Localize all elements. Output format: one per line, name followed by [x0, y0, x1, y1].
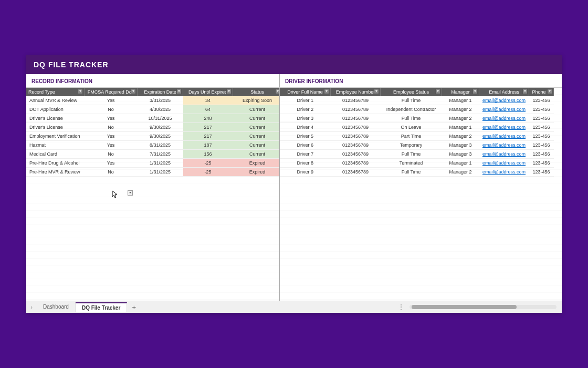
cell[interactable]: On Leave: [381, 123, 442, 132]
email-link[interactable]: email@address.com: [482, 125, 526, 130]
cell[interactable]: Manager 1: [442, 96, 479, 105]
email-link[interactable]: email@address.com: [482, 116, 526, 121]
table-row[interactable]: Driver 60123456789TemporaryManager 3emai…: [280, 141, 554, 150]
cell[interactable]: email@address.com: [479, 168, 529, 177]
column-filter-icon[interactable]: [226, 89, 232, 94]
cell[interactable]: email@address.com: [479, 141, 529, 150]
table-row[interactable]: Driver 40123456789On LeaveManager 1email…: [280, 123, 554, 132]
cell[interactable]: Pre-Hire MVR & Review: [26, 168, 85, 177]
cell[interactable]: Manager 2: [442, 168, 479, 177]
cell[interactable]: Current: [233, 132, 280, 141]
column-filter-icon[interactable]: [522, 89, 528, 94]
cell[interactable]: Driver 4: [280, 123, 331, 132]
add-sheet-button[interactable]: +: [127, 303, 141, 311]
cell[interactable]: 123-456: [529, 114, 554, 123]
cell[interactable]: Manager 1: [442, 159, 479, 168]
sheet-tab-active[interactable]: DQ File Tracker: [76, 302, 127, 312]
column-header[interactable]: Status: [233, 88, 280, 96]
cell[interactable]: Yes: [85, 159, 138, 168]
table-row[interactable]: Driver 70123456789Full TimeManager 3emai…: [280, 150, 554, 159]
cell[interactable]: Driver 6: [280, 141, 331, 150]
table-row[interactable]: Pre-Hire Drug & AlcoholYes1/31/2025-25Ex…: [26, 159, 280, 168]
cell[interactable]: Manager 3: [442, 141, 479, 150]
email-link[interactable]: email@address.com: [482, 107, 526, 112]
cell[interactable]: Current: [233, 150, 280, 159]
cell[interactable]: 0123456789: [331, 141, 381, 150]
column-header[interactable]: Record Type: [26, 88, 85, 96]
cell[interactable]: Medical Card: [26, 150, 85, 159]
cell[interactable]: Current: [233, 123, 280, 132]
cell[interactable]: Manager 2: [442, 132, 479, 141]
column-filter-icon[interactable]: [547, 89, 552, 94]
email-link[interactable]: email@address.com: [482, 151, 526, 157]
cell[interactable]: Yes: [85, 132, 138, 141]
table-row[interactable]: Driver 50123456789Part TimeManager 2emai…: [280, 132, 554, 141]
cell[interactable]: -25: [183, 159, 233, 168]
cell[interactable]: Driver 5: [280, 132, 331, 141]
sheet-tab[interactable]: Dashboard: [37, 302, 76, 312]
table-row[interactable]: Driver's LicenseNo9/30/2025217Current: [26, 123, 280, 132]
table-row[interactable]: Driver 20123456789Independent Contractor…: [280, 105, 554, 114]
cell[interactable]: 9/30/2025: [138, 132, 183, 141]
column-header[interactable]: Driver Full Name: [280, 88, 331, 96]
cell[interactable]: 10/31/2025: [138, 114, 183, 123]
table-row[interactable]: Pre-Hire MVR & ReviewNo1/31/2025-25Expir…: [26, 168, 280, 177]
cell[interactable]: No: [85, 123, 138, 132]
table-row[interactable]: Employment VerificationYes9/30/2025217Cu…: [26, 132, 280, 141]
cell[interactable]: 64: [183, 105, 233, 114]
cell[interactable]: No: [85, 168, 138, 177]
cell[interactable]: No: [85, 105, 138, 114]
cell[interactable]: 123-456: [529, 168, 554, 177]
cell[interactable]: 123-456: [529, 141, 554, 150]
scrollbar-thumb[interactable]: [412, 305, 517, 309]
cell[interactable]: -25: [183, 168, 233, 177]
cell[interactable]: email@address.com: [479, 159, 529, 168]
cell[interactable]: email@address.com: [479, 114, 529, 123]
column-header[interactable]: Days Until Expired: [183, 88, 233, 96]
email-link[interactable]: email@address.com: [482, 98, 526, 103]
cell[interactable]: DOT Application: [26, 105, 85, 114]
cell[interactable]: Terminated: [381, 159, 442, 168]
cell[interactable]: Hazmat: [26, 141, 85, 150]
column-filter-icon[interactable]: [78, 89, 83, 94]
cell[interactable]: Expired: [233, 168, 280, 177]
cell[interactable]: Manager 2: [442, 105, 479, 114]
column-filter-icon[interactable]: [472, 89, 478, 94]
cell[interactable]: 1/31/2025: [138, 159, 183, 168]
cell[interactable]: 123-456: [529, 159, 554, 168]
cell[interactable]: Annual MVR & Review: [26, 96, 85, 105]
cell[interactable]: 217: [183, 123, 233, 132]
cell[interactable]: Full Time: [381, 96, 442, 105]
horizontal-scrollbar[interactable]: [410, 305, 556, 309]
cell[interactable]: 0123456789: [331, 96, 381, 105]
cell[interactable]: Expiring Soon: [233, 96, 280, 105]
sheet-more-button[interactable]: ⋮: [393, 303, 410, 311]
cell[interactable]: 187: [183, 141, 233, 150]
cell[interactable]: Driver's License: [26, 114, 85, 123]
cell[interactable]: Yes: [85, 96, 138, 105]
cell[interactable]: 0123456789: [331, 114, 381, 123]
cell[interactable]: Driver 7: [280, 150, 331, 159]
cell[interactable]: 123-456: [529, 105, 554, 114]
cell[interactable]: 4/30/2025: [138, 105, 183, 114]
cell[interactable]: 0123456789: [331, 123, 381, 132]
cell[interactable]: Full Time: [381, 114, 442, 123]
cell[interactable]: 123-456: [529, 96, 554, 105]
column-header[interactable]: Email Address: [479, 88, 529, 96]
cell-validation-dropdown[interactable]: [128, 190, 133, 196]
sheet-nav-prev[interactable]: ›: [26, 304, 37, 310]
column-filter-icon[interactable]: [176, 89, 182, 94]
cell[interactable]: No: [85, 150, 138, 159]
column-header[interactable]: Employee Number: [331, 88, 381, 96]
email-link[interactable]: email@address.com: [482, 134, 526, 139]
column-header[interactable]: Employee Status: [381, 88, 442, 96]
table-row[interactable]: Annual MVR & ReviewYes3/31/202534Expirin…: [26, 96, 280, 105]
cell[interactable]: 0123456789: [331, 159, 381, 168]
cell[interactable]: Driver 2: [280, 105, 331, 114]
cell[interactable]: Manager 3: [442, 150, 479, 159]
email-link[interactable]: email@address.com: [482, 169, 526, 175]
cell[interactable]: Driver's License: [26, 123, 85, 132]
cell[interactable]: 156: [183, 150, 233, 159]
column-filter-icon[interactable]: [275, 89, 280, 94]
table-row[interactable]: DOT ApplicationNo4/30/202564Current: [26, 105, 280, 114]
